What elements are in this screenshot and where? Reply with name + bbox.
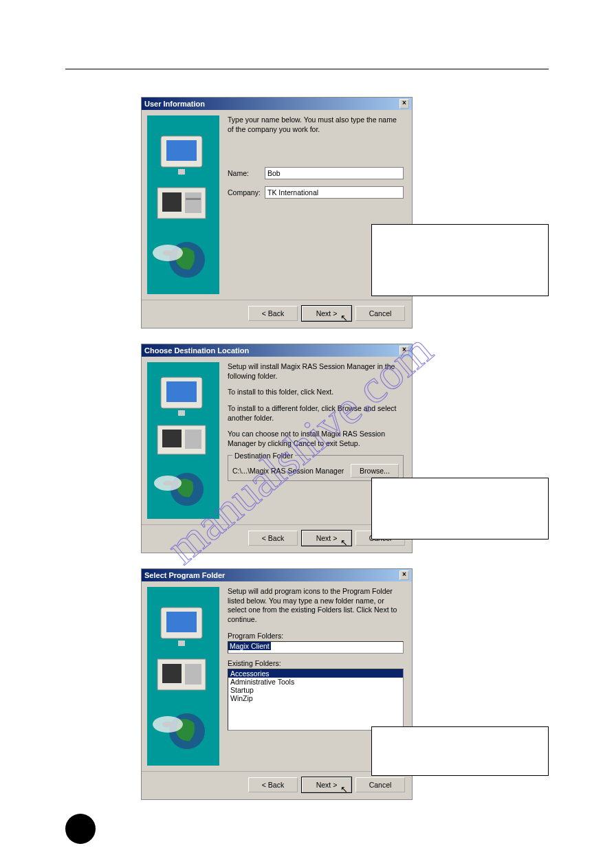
svg-rect-6 bbox=[185, 192, 201, 213]
annotation-text: 8. Choose a destination location, or cli… bbox=[380, 486, 534, 504]
titlebar-text: Select Program Folder bbox=[144, 571, 225, 579]
svg-rect-24 bbox=[178, 641, 185, 646]
company-input[interactable] bbox=[265, 186, 404, 199]
svg-rect-17 bbox=[185, 430, 201, 449]
name-input[interactable] bbox=[265, 167, 404, 179]
next-button[interactable]: Next >↖ bbox=[302, 306, 351, 321]
existing-folders-list[interactable]: Accessories Administrative Tools Startup… bbox=[228, 669, 404, 731]
svg-rect-3 bbox=[178, 169, 185, 175]
svg-point-30 bbox=[162, 722, 173, 727]
svg-rect-13 bbox=[166, 381, 197, 402]
svg-rect-26 bbox=[162, 664, 182, 683]
installer-graphic bbox=[147, 115, 219, 294]
dialog-destination-wrap: Choose Destination Location × bbox=[141, 344, 549, 553]
list-item[interactable]: Administrative Tools bbox=[228, 678, 403, 686]
titlebar: User Information × bbox=[142, 98, 412, 110]
back-button[interactable]: < Back bbox=[248, 777, 298, 792]
name-row: Name: bbox=[228, 167, 404, 179]
list-item[interactable]: WinZip bbox=[228, 694, 403, 702]
company-row: Company: bbox=[228, 186, 404, 199]
annotation-step-8: 8. Choose a destination location, or cli… bbox=[371, 478, 549, 539]
browse-button[interactable]: Browse... bbox=[351, 464, 399, 478]
annotation-text: 9. Select a program folder, or click Nex… bbox=[380, 735, 520, 753]
close-icon[interactable]: × bbox=[399, 99, 409, 109]
list-item[interactable]: Accessories bbox=[228, 669, 403, 678]
cancel-button[interactable]: Cancel bbox=[355, 777, 405, 792]
close-icon[interactable]: × bbox=[399, 346, 409, 355]
svg-rect-14 bbox=[178, 410, 185, 416]
titlebar-text: User Information bbox=[144, 100, 205, 108]
list-item[interactable]: Startup bbox=[228, 686, 403, 694]
document-page: Chapter 2 Installing the RAS Session Man… bbox=[0, 0, 614, 868]
page-number-circle: 18 bbox=[65, 814, 96, 844]
text-line-2: To install to this folder, click Next. bbox=[228, 388, 404, 397]
svg-rect-23 bbox=[166, 612, 197, 632]
back-button[interactable]: < Back bbox=[248, 531, 298, 546]
instruction-text: Setup will add program icons to the Prog… bbox=[228, 587, 404, 625]
next-button-label: Next > bbox=[316, 781, 338, 789]
cursor-icon: ↖ bbox=[340, 537, 348, 548]
instruction-text: Type your name below. You must also type… bbox=[228, 115, 404, 134]
next-button[interactable]: Next >↖ bbox=[302, 531, 351, 546]
svg-rect-2 bbox=[166, 140, 197, 161]
page-number: 18 bbox=[75, 823, 86, 834]
annotation-step-7: 7. Enter your name and company (or magix… bbox=[371, 224, 549, 296]
back-button[interactable]: < Back bbox=[248, 306, 298, 321]
annotation-step-9: 9. Select a program folder, or click Nex… bbox=[371, 726, 549, 776]
company-label: Company: bbox=[228, 188, 265, 197]
next-button-label: Next > bbox=[316, 309, 338, 318]
titlebar: Select Program Folder × bbox=[142, 569, 412, 581]
existing-folders-label: Existing Folders: bbox=[228, 659, 404, 667]
cursor-icon: ↖ bbox=[340, 313, 348, 323]
text-line-3: To install to a different folder, click … bbox=[228, 404, 404, 423]
installer-graphic bbox=[147, 362, 219, 519]
svg-point-10 bbox=[162, 250, 173, 256]
text-line-1: Setup will install Magix RAS Session Man… bbox=[228, 362, 404, 381]
svg-point-20 bbox=[163, 481, 173, 486]
svg-rect-7 bbox=[186, 198, 201, 200]
group-legend: Destination Folder bbox=[232, 452, 295, 460]
chapter-label: Chapter 2 bbox=[69, 24, 105, 34]
dialog-program-folder-wrap: Select Program Folder × bbox=[141, 568, 549, 800]
header-rule bbox=[65, 69, 549, 69]
program-folders-label: Program Folders: bbox=[228, 632, 404, 640]
svg-rect-5 bbox=[162, 192, 182, 212]
close-icon[interactable]: × bbox=[399, 570, 409, 580]
program-folder-value: Magix Client bbox=[228, 642, 271, 650]
section-label: Installing the RAS Session Manager bbox=[413, 24, 545, 34]
dialog-user-information-wrap: User Information × bbox=[141, 97, 549, 329]
name-label: Name: bbox=[228, 169, 265, 177]
next-button[interactable]: Next >↖ bbox=[302, 777, 351, 792]
annotation-text: 7. Enter your name and company (or magix… bbox=[380, 232, 526, 251]
svg-rect-27 bbox=[185, 664, 201, 685]
button-row: < Back Next >↖ Cancel bbox=[142, 300, 412, 328]
titlebar: Choose Destination Location × bbox=[142, 344, 412, 357]
text-line-4: You can choose not to install Magix RAS … bbox=[228, 430, 404, 448]
installer-graphic bbox=[147, 587, 219, 766]
next-button-label: Next > bbox=[316, 534, 338, 542]
cursor-icon: ↖ bbox=[340, 784, 348, 794]
titlebar-text: Choose Destination Location bbox=[144, 346, 249, 355]
destination-path: C:\...\Magix RAS Session Manager bbox=[232, 467, 344, 475]
program-folder-input[interactable]: Magix Client bbox=[228, 641, 404, 654]
svg-rect-16 bbox=[162, 430, 182, 447]
cancel-button[interactable]: Cancel bbox=[355, 306, 405, 321]
